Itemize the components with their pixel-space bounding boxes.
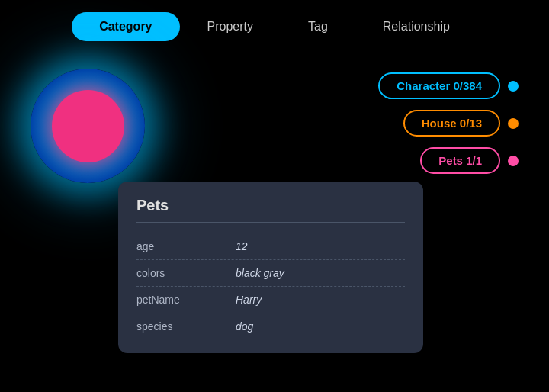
info-panel-title: Pets [136, 197, 405, 223]
info-value: 12 [236, 240, 248, 252]
category-dot-character [508, 81, 518, 92]
tab-relationship[interactable]: Relationship [355, 12, 477, 41]
info-row: petNameHarry [136, 287, 405, 313]
info-key: petName [136, 294, 236, 306]
category-pill-house[interactable]: House 0/13 [403, 110, 500, 137]
info-value: Harry [236, 294, 262, 306]
tab-tag[interactable]: Tag [281, 12, 355, 41]
info-row: colorsblack gray [136, 260, 405, 287]
circle-inner [52, 90, 124, 162]
category-dot-pets [508, 156, 518, 166]
info-panel: Pets age12colorsblack graypetNameHarrysp… [118, 182, 423, 353]
info-key: species [136, 320, 236, 333]
info-value: black gray [236, 267, 284, 279]
category-item-character: Character 0/384 [378, 72, 518, 99]
info-key: age [136, 240, 236, 252]
category-pill-character[interactable]: Character 0/384 [378, 72, 500, 99]
nav-tabs: CategoryPropertyTagRelationship [0, 0, 549, 50]
info-value: dog [236, 320, 253, 333]
info-row: speciesdog [136, 313, 405, 339]
info-row: age12 [136, 233, 405, 260]
category-dot-house [508, 118, 518, 129]
category-item-pets: Pets 1/1 [420, 147, 518, 174]
circle-outer [30, 69, 145, 183]
tab-property[interactable]: Property [180, 12, 281, 41]
info-key: colors [136, 267, 236, 279]
tab-category[interactable]: Category [72, 12, 179, 41]
circle-visual [30, 69, 145, 183]
category-list: Character 0/384House 0/13Pets 1/1 [378, 72, 518, 174]
category-pill-pets[interactable]: Pets 1/1 [420, 147, 500, 174]
category-item-house: House 0/13 [403, 110, 518, 137]
